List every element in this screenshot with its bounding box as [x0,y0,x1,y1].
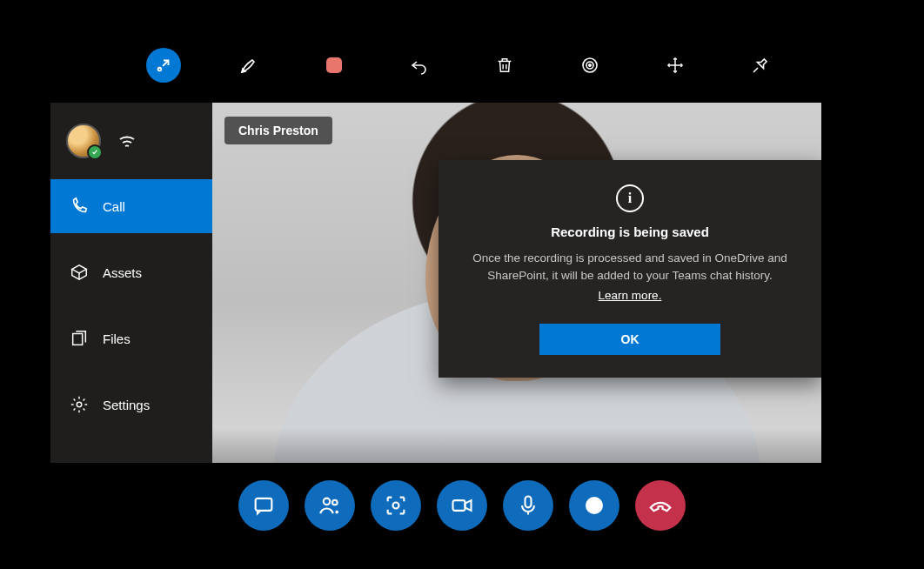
ok-button[interactable]: OK [539,324,720,355]
pen-icon [238,55,259,76]
participant-name: Chris Preston [238,124,318,137]
video-area: Chris Preston i Recording is being saved… [212,103,821,463]
pin-icon [750,55,771,76]
recording-saved-dialog: i Recording is being saved Once the reco… [439,160,821,378]
capture-button[interactable] [371,480,421,531]
svg-rect-11 [526,497,532,508]
svg-point-5 [77,402,82,407]
svg-point-9 [393,503,399,509]
sidebar: Call Assets Files [50,103,212,463]
move-icon [666,56,685,75]
pen-button[interactable] [231,48,266,83]
pin-button[interactable] [743,48,778,83]
sidebar-nav: Call Assets Files [50,179,212,432]
video-button[interactable] [437,480,487,531]
sidebar-item-assets[interactable]: Assets [50,245,212,299]
participant-name-tag: Chris Preston [224,117,332,144]
info-icon: i [616,184,644,212]
dialog-body: Once the recording is processed and save… [465,250,795,284]
avatar[interactable] [66,124,101,158]
svg-point-0 [158,68,162,71]
svg-rect-10 [453,500,465,511]
people-icon [318,493,342,518]
chat-button[interactable] [238,480,289,531]
move-button[interactable] [658,48,693,83]
wifi-icon [117,131,137,151]
ok-button-label: OK [621,332,639,346]
sidebar-item-label: Call [103,199,125,214]
svg-point-3 [589,64,591,66]
mic-button[interactable] [503,480,553,531]
learn-more-link[interactable]: Learn more. [599,289,662,302]
hangup-icon [647,492,673,519]
svg-rect-6 [256,499,272,511]
hangup-button[interactable] [635,480,686,531]
people-button[interactable] [305,480,355,531]
undo-button[interactable] [402,48,437,83]
assets-icon [70,263,89,282]
presence-available-icon [87,144,103,160]
svg-point-7 [324,499,330,505]
settings-icon [70,395,89,414]
chat-icon [251,493,276,518]
phone-icon [70,197,89,216]
capture-icon [384,493,408,518]
sidebar-header [50,103,212,179]
video-icon [450,493,474,518]
camera-settings-icon [579,55,600,76]
svg-rect-4 [73,334,83,345]
sidebar-item-label: Assets [103,265,142,280]
dialog-title: Recording is being saved [465,224,795,239]
camera-settings-button[interactable] [572,48,607,83]
delete-icon [495,56,514,75]
sidebar-item-label: Files [103,331,131,346]
app-stage: Call Assets Files [0,0,924,569]
undo-icon [409,55,430,76]
collapse-button[interactable] [146,48,181,83]
files-icon [70,329,89,348]
sidebar-item-files[interactable]: Files [50,311,212,365]
collapse-icon [154,56,173,75]
record-button[interactable] [569,480,619,531]
sidebar-item-call[interactable]: Call [50,179,212,233]
app-frame: Call Assets Files [50,103,821,463]
mic-icon [516,493,540,518]
top-toolbar [0,48,924,83]
record-icon [586,497,603,514]
svg-point-8 [332,500,338,505]
sidebar-item-settings[interactable]: Settings [50,378,212,432]
delete-button[interactable] [487,48,522,83]
sidebar-item-label: Settings [103,398,150,412]
stop-record-button[interactable] [317,48,352,83]
call-controls [0,480,924,531]
stop-record-icon [326,57,342,73]
